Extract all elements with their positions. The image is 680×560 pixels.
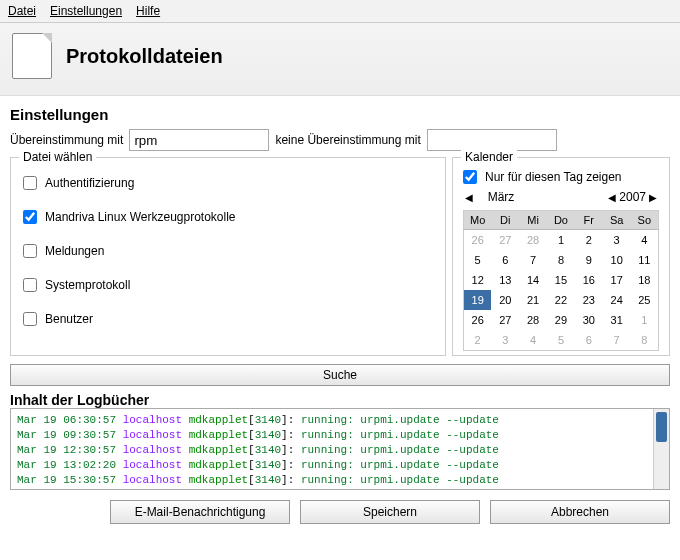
prev-month-icon[interactable]: ◀ <box>465 192 473 203</box>
calendar-dow: Di <box>491 211 519 230</box>
file-panel-legend: Datei wählen <box>19 150 96 164</box>
calendar-day[interactable]: 18 <box>631 270 659 290</box>
file-option-checkbox[interactable] <box>23 176 37 190</box>
log-heading: Inhalt der Logbücher <box>10 392 670 408</box>
calendar-day[interactable]: 4 <box>631 230 659 251</box>
page-title: Protokolldateien <box>66 45 223 68</box>
calendar-day[interactable]: 11 <box>631 250 659 270</box>
match-label: Übereinstimmung mit <box>10 133 123 147</box>
button-bar: E-Mail-Benachrichtigung Speichern Abbrec… <box>0 490 680 534</box>
email-alert-button[interactable]: E-Mail-Benachrichtigung <box>110 500 290 524</box>
log-line: Mar 19 13:02:20 localhost mdkapplet[3140… <box>17 458 647 473</box>
calendar-day[interactable]: 1 <box>631 310 659 330</box>
only-day-label: Nur für diesen Tag zeigen <box>485 170 622 184</box>
log-output: Mar 19 06:30:57 localhost mdkapplet[3140… <box>10 408 670 490</box>
file-panel: Datei wählen AuthentifizierungMandriva L… <box>10 157 446 356</box>
nomatch-input[interactable] <box>427 129 557 151</box>
calendar-year: 2007 <box>619 190 646 204</box>
calendar-dow: Fr <box>575 211 603 230</box>
menu-settings[interactable]: Einstellungen <box>50 4 122 18</box>
calendar-day[interactable]: 8 <box>547 250 575 270</box>
calendar-day[interactable]: 15 <box>547 270 575 290</box>
calendar-day[interactable]: 6 <box>491 250 519 270</box>
file-option-label: Mandriva Linux Werkzeugprotokolle <box>45 210 236 224</box>
calendar-day[interactable]: 5 <box>547 330 575 351</box>
calendar-day[interactable]: 3 <box>603 230 631 251</box>
calendar-legend: Kalender <box>461 150 517 164</box>
calendar-day[interactable]: 27 <box>491 310 519 330</box>
file-option-checkbox[interactable] <box>23 244 37 258</box>
calendar-day[interactable]: 26 <box>464 310 492 330</box>
file-option: Benutzer <box>23 312 435 326</box>
match-row: Übereinstimmung mit keine Übereinstimmun… <box>10 129 670 151</box>
calendar-day[interactable]: 12 <box>464 270 492 290</box>
match-input[interactable] <box>129 129 269 151</box>
file-option-checkbox[interactable] <box>23 278 37 292</box>
save-button[interactable]: Speichern <box>300 500 480 524</box>
calendar-day[interactable]: 6 <box>575 330 603 351</box>
document-icon <box>12 33 52 79</box>
menu-bar: Datei Einstellungen Hilfe <box>0 0 680 23</box>
calendar-day[interactable]: 31 <box>603 310 631 330</box>
calendar-day[interactable]: 27 <box>491 230 519 251</box>
log-line: Mar 19 12:30:57 localhost mdkapplet[3140… <box>17 443 647 458</box>
search-button[interactable]: Suche <box>10 364 670 386</box>
file-option-label: Authentifizierung <box>45 176 134 190</box>
calendar-day[interactable]: 13 <box>491 270 519 290</box>
calendar-day[interactable]: 19 <box>464 290 492 310</box>
calendar-day[interactable]: 29 <box>547 310 575 330</box>
calendar-day[interactable]: 28 <box>519 310 547 330</box>
scrollbar-thumb[interactable] <box>656 412 667 442</box>
calendar-month: März <box>476 190 526 204</box>
calendar-day[interactable]: 14 <box>519 270 547 290</box>
menu-file[interactable]: Datei <box>8 4 36 18</box>
file-option: Authentifizierung <box>23 176 435 190</box>
file-option-checkbox[interactable] <box>23 312 37 326</box>
calendar-day[interactable]: 8 <box>631 330 659 351</box>
calendar-dow: Mo <box>464 211 492 230</box>
calendar-dow: So <box>631 211 659 230</box>
calendar-day[interactable]: 2 <box>575 230 603 251</box>
file-option-label: Meldungen <box>45 244 104 258</box>
calendar-day[interactable]: 16 <box>575 270 603 290</box>
calendar-day[interactable]: 5 <box>464 250 492 270</box>
header: Protokolldateien <box>0 23 680 96</box>
calendar-day[interactable]: 30 <box>575 310 603 330</box>
calendar-day[interactable]: 25 <box>631 290 659 310</box>
scrollbar[interactable] <box>653 409 669 489</box>
calendar-dow: Do <box>547 211 575 230</box>
calendar-dow: Sa <box>603 211 631 230</box>
file-option-label: Benutzer <box>45 312 93 326</box>
only-day-checkbox[interactable] <box>463 170 477 184</box>
file-option-checkbox[interactable] <box>23 210 37 224</box>
calendar-day[interactable]: 22 <box>547 290 575 310</box>
calendar-day[interactable]: 28 <box>519 230 547 251</box>
settings-heading: Einstellungen <box>10 106 670 123</box>
nomatch-label: keine Übereinstimmung mit <box>275 133 420 147</box>
calendar-day[interactable]: 20 <box>491 290 519 310</box>
next-year-icon[interactable]: ▶ <box>649 192 657 203</box>
cancel-button[interactable]: Abbrechen <box>490 500 670 524</box>
file-option: Systemprotokoll <box>23 278 435 292</box>
calendar-day[interactable]: 26 <box>464 230 492 251</box>
calendar-day[interactable]: 7 <box>519 250 547 270</box>
menu-help[interactable]: Hilfe <box>136 4 160 18</box>
calendar-day[interactable]: 10 <box>603 250 631 270</box>
file-option: Mandriva Linux Werkzeugprotokolle <box>23 210 435 224</box>
calendar-day[interactable]: 2 <box>464 330 492 351</box>
calendar-day[interactable]: 24 <box>603 290 631 310</box>
log-line: Mar 19 06:30:57 localhost mdkapplet[3140… <box>17 413 647 428</box>
calendar[interactable]: MoDiMiDoFrSaSo 2627281234567891011121314… <box>463 210 659 351</box>
calendar-day[interactable]: 7 <box>603 330 631 351</box>
log-line: Mar 19 15:30:57 localhost mdkapplet[3140… <box>17 473 647 488</box>
calendar-day[interactable]: 21 <box>519 290 547 310</box>
calendar-day[interactable]: 23 <box>575 290 603 310</box>
calendar-day[interactable]: 9 <box>575 250 603 270</box>
calendar-day[interactable]: 17 <box>603 270 631 290</box>
calendar-day[interactable]: 4 <box>519 330 547 351</box>
calendar-day[interactable]: 1 <box>547 230 575 251</box>
calendar-nav: ◀ März ◀ 2007 ▶ <box>463 188 659 206</box>
prev-year-icon[interactable]: ◀ <box>608 192 616 203</box>
calendar-day[interactable]: 3 <box>491 330 519 351</box>
file-option-label: Systemprotokoll <box>45 278 130 292</box>
